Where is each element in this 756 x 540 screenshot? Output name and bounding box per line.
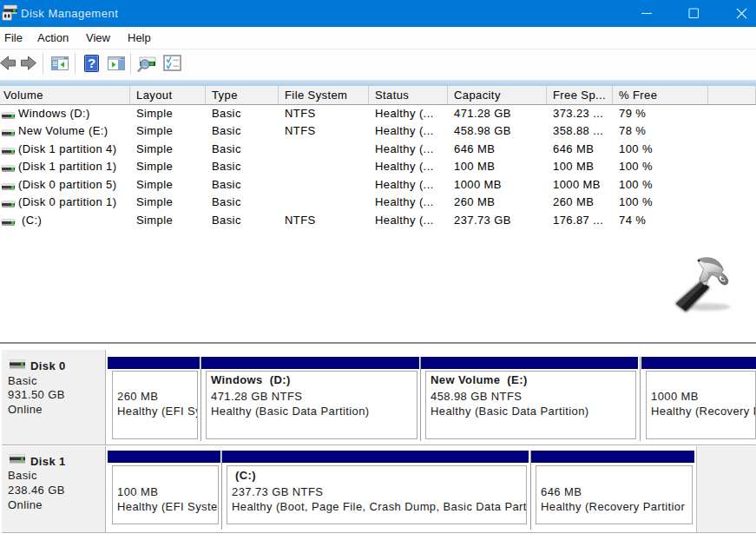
svg-text:?: ? — [88, 56, 95, 70]
